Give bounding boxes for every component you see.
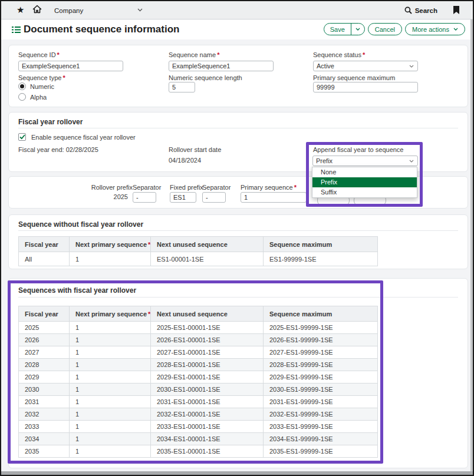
table-cell: 2034 xyxy=(19,433,70,445)
sequence-status-select[interactable]: Active xyxy=(313,61,418,71)
table-cell: 1 xyxy=(70,421,151,433)
table-cell: 2025-ES1-00001-1SE xyxy=(151,322,264,334)
table-cell: 2033-ES1-99999-1SE xyxy=(264,421,378,433)
primary-sequence-maximum-input[interactable] xyxy=(313,82,418,92)
sequence-id-label: Sequence ID* xyxy=(18,51,60,58)
dropdown-option-none[interactable]: None xyxy=(312,167,417,177)
radio-unselected-icon xyxy=(18,93,26,101)
table-row: 202812028-ES1-00001-1SE2028-ES1-99999-1S… xyxy=(19,359,378,371)
dropdown-option-suffix[interactable]: Suffix xyxy=(312,187,417,197)
table-cell: 2033-ES1-00001-1SE xyxy=(151,421,264,433)
primary-sequence-label: Primary sequence* xyxy=(241,184,297,191)
table-cell: 2025-ES1-99999-1SE xyxy=(264,322,378,334)
page-header: Document sequence information Save Cance… xyxy=(1,20,473,39)
table-row: 202912029-ES1-00001-1SE2029-ES1-99999-1S… xyxy=(19,371,378,384)
home-icon[interactable] xyxy=(32,5,42,16)
save-dropdown-button[interactable] xyxy=(351,24,364,35)
primary-sequence-input[interactable] xyxy=(241,192,307,203)
favorites-star-icon[interactable]: ★ xyxy=(17,5,24,15)
table-cell: 2031-ES1-00001-1SE xyxy=(151,396,264,408)
column-header: Sequence maximum xyxy=(264,237,378,252)
page-title: Document sequence information xyxy=(24,24,179,35)
vertical-scrollbar[interactable] xyxy=(470,19,473,471)
sequence-without-rollover-card: Sequence without fiscal year rollover Fi… xyxy=(8,214,468,269)
sequence-id-input[interactable] xyxy=(18,61,123,71)
chevron-down-icon xyxy=(453,28,458,31)
save-button[interactable]: Save xyxy=(324,24,351,35)
separator1-label: Separator xyxy=(133,184,161,191)
enable-rollover-checkbox[interactable]: Enable sequence fiscal year rollover xyxy=(18,133,136,141)
sequence-form-card: Sequence ID* Sequence name* Sequence sta… xyxy=(8,45,468,107)
required-marker: * xyxy=(148,310,150,318)
table-cell: 1 xyxy=(70,445,151,458)
more-actions-label: More actions xyxy=(412,26,449,33)
table-cell: 1 xyxy=(70,408,151,421)
sequence-status-label: Sequence status* xyxy=(313,51,365,58)
sequence-name-label: Sequence name* xyxy=(169,51,219,58)
separator1-input[interactable] xyxy=(133,192,156,203)
append-fiscal-year-select[interactable]: Prefix xyxy=(312,156,418,166)
chevron-down-icon xyxy=(409,65,414,68)
search-label: Search xyxy=(415,7,437,14)
sequence-type-alpha-radio[interactable]: Alpha xyxy=(18,93,47,101)
fixed-prefix-label: Fixed prefix xyxy=(170,184,203,191)
table-cell: 2027-ES1-99999-1SE xyxy=(264,346,378,359)
table-cell: ES1-00001-1SE xyxy=(151,252,264,266)
numeric-sequence-length-label: Numeric sequence length xyxy=(169,74,242,81)
header-actions: Save Cancel More actions xyxy=(324,23,465,35)
table-cell: 1 xyxy=(70,346,151,359)
table-cell: 2034-ES1-00001-1SE xyxy=(151,433,264,445)
more-actions-button[interactable]: More actions xyxy=(405,23,465,35)
global-search[interactable]: Search xyxy=(404,1,437,19)
table-cell: 2028-ES1-00001-1SE xyxy=(151,359,264,371)
company-menu-label: Company xyxy=(54,7,83,14)
table-cell: 2026 xyxy=(19,334,70,346)
no-rollover-section-title: Sequence without fiscal year rollover xyxy=(18,220,143,229)
list-menu-icon[interactable] xyxy=(12,25,21,36)
app-window: ★ Company Search Document sequence infor… xyxy=(0,0,474,476)
search-icon xyxy=(404,6,412,14)
table-header-row: Fiscal yearNext primary sequence*Next un… xyxy=(19,237,378,252)
rollover-prefix-value: 2025 xyxy=(85,193,128,200)
chevron-down-icon xyxy=(409,160,414,163)
table-cell: 2031 xyxy=(19,396,70,408)
section-divider xyxy=(18,230,458,231)
sequence-type-numeric-radio[interactable]: Numeric xyxy=(18,82,54,90)
primary-sequence-maximum-label: Primary sequence maximum xyxy=(313,74,395,81)
table-cell: 2035-ES1-00001-1SE xyxy=(151,445,264,458)
numeric-sequence-length-input[interactable] xyxy=(169,82,195,92)
sequence-name-input[interactable] xyxy=(169,61,274,71)
table-cell: 2035-ES1-99999-1SE xyxy=(264,445,378,458)
append-fiscal-year-value: Prefix xyxy=(316,157,333,164)
table-cell: 2027 xyxy=(19,346,70,359)
table-cell: 2025 xyxy=(19,322,70,334)
section-divider xyxy=(18,297,458,298)
table-cell: 1 xyxy=(70,252,151,266)
company-menu[interactable]: Company xyxy=(54,1,143,19)
table-cell: 2030 xyxy=(19,384,70,396)
table-cell: 2026-ES1-00001-1SE xyxy=(151,334,264,346)
sequence-status-value: Active xyxy=(317,62,334,70)
required-marker: * xyxy=(148,241,150,248)
table-cell: 1 xyxy=(70,322,151,334)
chevron-down-icon xyxy=(356,28,360,31)
bookmark-icon[interactable] xyxy=(453,5,460,17)
column-header: Next unused sequence xyxy=(151,306,264,322)
dropdown-option-prefix[interactable]: Prefix xyxy=(312,177,417,187)
table-row: All1ES1-00001-1SEES1-99999-1SE xyxy=(19,252,378,266)
top-bar: ★ Company Search xyxy=(1,1,473,19)
table-cell: 2028 xyxy=(19,359,70,371)
save-split-button: Save xyxy=(324,23,365,35)
table-cell: 1 xyxy=(70,359,151,371)
fixed-prefix-input[interactable] xyxy=(170,192,196,203)
table-row: 203012030-ES1-00001-1SE2030-ES1-99999-1S… xyxy=(19,384,378,396)
table-cell: 2034-ES1-99999-1SE xyxy=(264,433,378,445)
table-row: 203312033-ES1-00001-1SE2033-ES1-99999-1S… xyxy=(19,421,378,433)
table-cell: 2026-ES1-99999-1SE xyxy=(264,334,378,346)
table-cell: 2029 xyxy=(19,371,70,384)
table-row: 203212032-ES1-00001-1SE2032-ES1-99999-1S… xyxy=(19,408,378,421)
separator2-input[interactable] xyxy=(202,192,226,203)
table-cell: 1 xyxy=(70,396,151,408)
cancel-button[interactable]: Cancel xyxy=(368,23,402,35)
column-header: Fiscal year xyxy=(19,237,70,252)
